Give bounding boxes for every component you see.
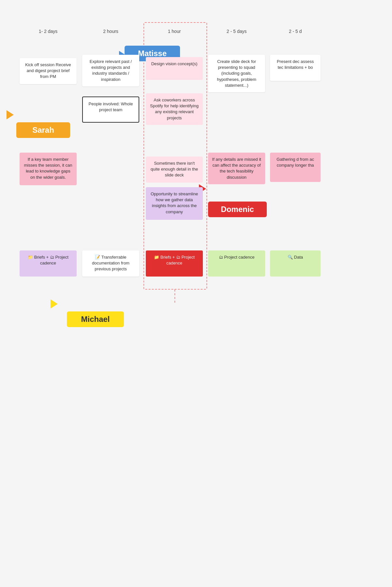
card-sometimes-detail-text: Sometimes there isn't quite enough detai… <box>151 161 198 177</box>
card-opportunity-text: Opportunity to streamline how we gather … <box>151 191 198 214</box>
card-kick-off-text: Kick off session Receive and digest proj… <box>25 62 71 79</box>
card-briefs-purple-text: 📁 Briefs + 🗂 Project cadence <box>28 255 68 265</box>
card-people-involved[interactable]: People involved: Whole project team <box>82 97 139 123</box>
card-sometimes-detail[interactable]: Sometimes there isn't quite enough detai… <box>146 157 203 183</box>
card-ask-coworkers[interactable]: Ask coworkers across Spotify for help id… <box>146 93 203 125</box>
card-project-cadence-green-text: 🗂 Project cadence <box>219 255 255 260</box>
card-opportunity[interactable]: Opportunity to streamline how we gather … <box>146 187 203 220</box>
card-present-dec-text: Present dec assess tec limitations + bo <box>277 59 314 70</box>
cursor-orange <box>7 110 14 119</box>
canvas: 1- 2 days 2 hours 1 hour 2 - 5 days 2 - … <box>0 0 392 587</box>
card-if-any-details[interactable]: If any details are missed it can affect … <box>208 153 265 184</box>
card-create-slide[interactable]: Create slide deck for presenting to squa… <box>208 55 265 92</box>
col-header-5: 2 - 5 d <box>270 29 321 34</box>
card-project-cadence-green[interactable]: 🗂 Project cadence <box>208 250 265 277</box>
card-briefs-red-text: 📁 Briefs + 🗂 Project cadence <box>154 255 195 265</box>
card-key-team-member[interactable]: If a key team member misses the session,… <box>20 153 77 185</box>
col-header-3: 1 hour <box>146 29 203 34</box>
col-header-1: 1- 2 days <box>20 29 77 34</box>
card-present-dec[interactable]: Present dec assess tec limitations + bo <box>270 55 321 81</box>
card-transferrable-text: 📝 Transferrable documentation from previ… <box>92 255 129 271</box>
card-design-vision[interactable]: Design vision concept(s) <box>146 57 203 80</box>
card-gathering-text: Gathering d from ac company longer tha <box>277 157 314 168</box>
user-badge-domenic[interactable]: Domenic <box>208 202 267 217</box>
user-name-domenic: Domenic <box>221 205 254 214</box>
card-ask-coworkers-text: Ask coworkers across Spotify for help id… <box>150 98 199 120</box>
card-design-vision-text: Design vision concept(s) <box>151 61 198 66</box>
user-badge-sarah[interactable]: Sarah <box>16 122 70 138</box>
card-data-green[interactable]: 🔍 Data <box>270 250 321 277</box>
card-explore-past[interactable]: Explore relevant past / existing project… <box>82 55 139 86</box>
card-key-team-member-text: If a key team member misses the session,… <box>24 157 72 180</box>
card-data-green-text: 🔍 Data <box>288 255 303 260</box>
card-if-any-details-text: If any details are missed it can affect … <box>212 157 261 180</box>
card-explore-past-text: Explore relevant past / existing project… <box>90 59 132 82</box>
card-create-slide-text: Create slide deck for presenting to squa… <box>217 59 256 88</box>
user-name-michael: Michael <box>81 315 110 324</box>
col-header-4: 2 - 5 days <box>208 29 265 34</box>
card-briefs-red[interactable]: 📁 Briefs + 🗂 Project cadence <box>146 250 203 277</box>
card-people-involved-text: People involved: Whole project team <box>89 101 133 112</box>
card-gathering[interactable]: Gathering d from ac company longer tha <box>270 153 321 182</box>
col-header-2: 2 hours <box>82 29 139 34</box>
user-badge-michael[interactable]: Michael <box>67 311 124 327</box>
dotted-line-below <box>174 290 175 303</box>
user-name-sarah: Sarah <box>32 126 54 134</box>
cursor-yellow <box>51 299 58 309</box>
card-briefs-purple[interactable]: 📁 Briefs + 🗂 Project cadence <box>20 250 77 277</box>
card-kick-off[interactable]: Kick off session Receive and digest proj… <box>20 58 77 84</box>
card-transferrable[interactable]: 📝 Transferrable documentation from previ… <box>82 250 139 277</box>
user-name-matisse: Matisse <box>138 49 167 58</box>
